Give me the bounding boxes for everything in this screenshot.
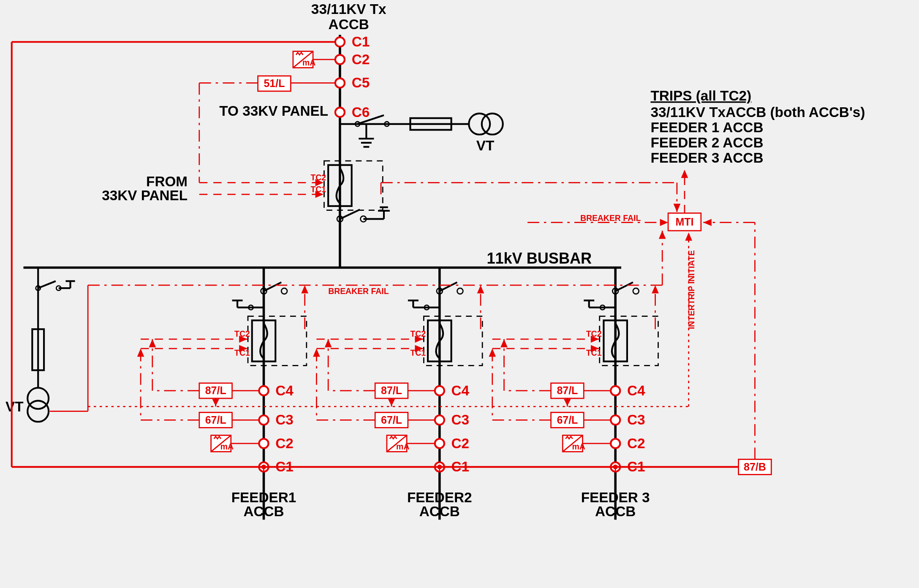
svg-text:67/L: 67/L [381, 414, 402, 426]
feeder-3: C4 C3 C2 C1 87/L 67/L TC2 TC1 FEEDER 3 A… [489, 268, 658, 520]
svg-text:67/L: 67/L [557, 414, 578, 426]
svg-text:TRIPS (all TC2): TRIPS (all TC2) [650, 88, 751, 103]
svg-point-4 [335, 78, 345, 87]
vt-secondary-bus [50, 285, 88, 411]
svg-marker-48 [674, 204, 681, 212]
svg-text:33/11KV TxACCB  (both ACCB's): 33/11KV TxACCB (both ACCB's) [650, 104, 865, 120]
svg-text:TC2: TC2 [234, 329, 250, 338]
svg-text:VT: VT [5, 399, 24, 414]
breaker-fail-label-top: BREAKER FAIL [580, 213, 641, 223]
bus-vt: VT [5, 268, 75, 422]
svg-point-158 [261, 465, 266, 469]
svg-text:FEEDER 1 ACCB: FEEDER 1 ACCB [650, 120, 763, 135]
svg-text:C3: C3 [627, 412, 645, 427]
feeder-2: C4 C3 C2 C1 87/L 67/L TC2 TC1 FEEDER2 AC… [313, 268, 482, 520]
svg-marker-173 [685, 232, 692, 240]
svg-text:TC1: TC1 [311, 185, 326, 194]
svg-text:C4: C4 [275, 383, 294, 398]
svg-marker-99 [149, 339, 156, 347]
svg-text:33KV PANEL: 33KV PANEL [102, 188, 188, 203]
title-line1: 33/11KV Tx [311, 1, 386, 17]
relay-51L: 51/L [199, 76, 335, 183]
svg-point-28 [482, 114, 503, 135]
svg-text:TC2: TC2 [311, 173, 326, 182]
trips-list: TRIPS (all TC2) 33/11KV TxACCB (both ACC… [650, 88, 865, 166]
svg-point-160 [437, 465, 442, 469]
svg-point-27 [469, 114, 490, 135]
svg-text:87/B: 87/B [744, 461, 766, 473]
svg-text:ACCB: ACCB [419, 504, 460, 519]
svg-text:FEEDER 3 ACCB: FEEDER 3 ACCB [650, 150, 763, 166]
svg-text:C2: C2 [451, 436, 470, 451]
svg-point-2 [335, 55, 345, 64]
svg-marker-120 [313, 348, 320, 357]
svg-text:C3: C3 [275, 412, 294, 427]
tc-incomer: TC2 TC1 FROM 33KV PANEL [102, 173, 326, 203]
svg-text:VT: VT [476, 138, 495, 153]
svg-text:C2: C2 [352, 52, 370, 67]
svg-text:C5: C5 [352, 75, 370, 91]
svg-text:ACCB: ACCB [243, 504, 284, 519]
svg-text:C3: C3 [451, 412, 470, 427]
svg-marker-147 [301, 285, 308, 293]
svg-point-64 [27, 401, 49, 422]
svg-marker-140 [489, 348, 496, 357]
svg-marker-153 [659, 231, 666, 239]
svg-text:51/L: 51/L [264, 77, 285, 89]
svg-text:TC1: TC1 [234, 348, 250, 357]
svg-text:MTI: MTI [675, 216, 693, 228]
svg-text:TC2: TC2 [410, 329, 426, 338]
svg-text:87/L: 87/L [381, 384, 402, 396]
svg-point-162 [613, 465, 618, 469]
svg-text:C2: C2 [275, 436, 294, 451]
feeder-1: C4 C3 C2 C1 87/L 67/L TC2 TC1 FEEDER1 AC… [137, 268, 307, 520]
mti-block: MTI [668, 170, 701, 231]
svg-point-0 [335, 37, 345, 46]
transducer-top: mA [293, 51, 335, 68]
svg-text:TC2: TC2 [586, 329, 602, 338]
svg-marker-179 [681, 170, 688, 178]
label-to-33kv: TO 33KV PANEL [219, 103, 328, 119]
svg-marker-151 [652, 285, 659, 293]
svg-line-34 [340, 210, 360, 219]
svg-text:C2: C2 [627, 436, 645, 451]
breaker-fail-bus: BREAKER FAIL [88, 231, 666, 329]
busbar-label: 11kV BUSBAR [487, 250, 592, 267]
svg-marker-51 [660, 219, 668, 226]
svg-text:FEEDER1: FEEDER1 [231, 490, 296, 505]
svg-point-6 [335, 108, 345, 117]
svg-text:ACCB: ACCB [595, 504, 636, 519]
svg-rect-31 [324, 161, 383, 210]
svg-text:FEEDER 3: FEEDER 3 [581, 490, 650, 505]
svg-text:67/L: 67/L [205, 414, 226, 426]
svg-text:FEEDER2: FEEDER2 [407, 490, 472, 505]
svg-marker-100 [137, 348, 144, 357]
svg-marker-149 [477, 285, 484, 293]
svg-text:TC1: TC1 [586, 348, 602, 357]
svg-line-54 [38, 281, 56, 288]
title-line2: ACCB [329, 16, 369, 32]
intertrip-label: INTERTRIP INITIATE [687, 250, 696, 329]
svg-marker-139 [500, 339, 508, 347]
svg-text:TC1: TC1 [410, 348, 426, 357]
svg-text:FEEDER 2 ACCB: FEEDER 2 ACCB [650, 135, 763, 150]
svg-marker-119 [325, 339, 332, 347]
svg-text:C6: C6 [352, 104, 370, 120]
svg-text:FROM: FROM [146, 174, 188, 189]
svg-point-63 [27, 388, 49, 409]
svg-text:87/L: 87/L [205, 384, 226, 396]
svg-text:C4: C4 [627, 383, 645, 398]
svg-text:C1: C1 [352, 34, 370, 49]
svg-text:C4: C4 [451, 383, 470, 398]
sld-diagram: 33/11KV Tx ACCB C1 C2 C5 C6 mA 51/L TO 3… [0, 0, 919, 588]
svg-text:BREAKER FAIL: BREAKER FAIL [328, 286, 389, 296]
svg-marker-167 [703, 219, 711, 226]
incomer-breaker [324, 161, 389, 222]
svg-text:87/L: 87/L [557, 384, 578, 396]
